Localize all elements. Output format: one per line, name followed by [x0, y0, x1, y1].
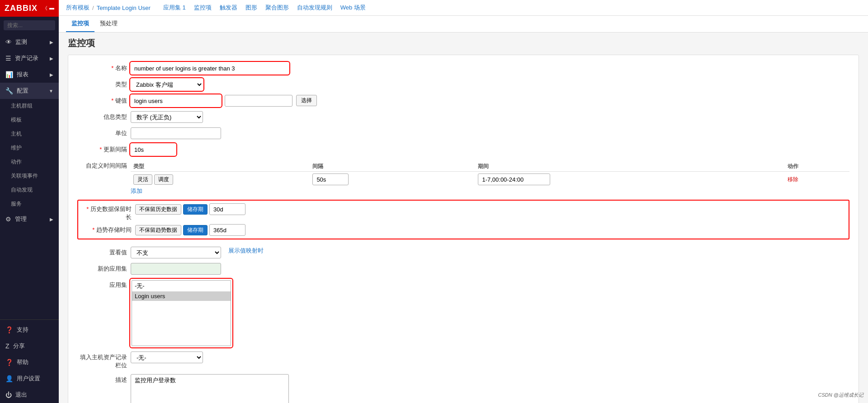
key-label: 键值 — [77, 95, 127, 105]
collapse-icon[interactable]: 《 — [42, 5, 47, 12]
nav-agg-graphs[interactable]: 聚合图形 — [265, 4, 289, 12]
description-label: 描述 — [77, 374, 127, 384]
form-row-update-interval: 更新间隔 — [77, 144, 849, 155]
sidebar-item-assets[interactable]: ☰ 资产记录 ▶ — [0, 50, 59, 66]
admin-icon: ⚙ — [5, 216, 11, 223]
add-interval-link[interactable]: 添加 — [131, 187, 142, 194]
sidebar-item-help-label: 帮助 — [17, 358, 28, 366]
history-inner-row: 历史数据保留时长 不保留历史数据 储存期 — [82, 203, 845, 221]
sidebar-item-support-label: 支持 — [17, 326, 28, 334]
key-select-button[interactable]: 选择 — [296, 95, 317, 106]
logo-text: ZABBIX — [5, 4, 38, 13]
trend-inner-row: 趋势存储时间 不保留趋势数据 储存期 — [82, 224, 845, 236]
new-app-set-input[interactable] — [131, 263, 221, 275]
nav-graphs[interactable]: 图形 — [245, 4, 257, 12]
page-title: 监控项 — [68, 37, 859, 49]
history-highlighted: 历史数据保留时长 不保留历史数据 储存期 趋势存储时间 不保留趋势数据 — [77, 200, 849, 239]
sidebar: ZABBIX 《 ▬ 👁 监测 ▶ ☰ 资产记录 ▶ 📊 报表 ▶ 🔧 配置 ▼… — [0, 0, 59, 403]
type-label: 类型 — [77, 79, 127, 89]
sub-nav: 监控项 预处理 — [59, 16, 868, 33]
custom-interval-area: 类型 间隔 期间 动作 灵活 调度 — [131, 160, 849, 195]
sidebar-sub-hosts[interactable]: 主机 — [0, 127, 59, 141]
no-history-btn[interactable]: 不保留历史数据 — [135, 204, 181, 215]
form-row-description: 描述 监控用户登录数 — [77, 374, 849, 403]
sidebar-sub-host-groups[interactable]: 主机群组 — [0, 99, 59, 113]
host-inventory-select[interactable]: -无- — [131, 351, 203, 363]
support-icon: ❓ — [5, 326, 13, 333]
trend-label: 趋势存储时间 — [82, 224, 132, 234]
name-input[interactable] — [131, 62, 289, 74]
sidebar-item-user-settings-label: 用户设置 — [17, 375, 40, 383]
tab-monitor-items[interactable]: 监控项 — [66, 16, 94, 32]
sidebar-sub-corr-events[interactable]: 关联项事件 — [0, 169, 59, 183]
sidebar-item-logout[interactable]: ⏻ 退出 — [0, 387, 59, 403]
sidebar-item-config[interactable]: 🔧 配置 ▼ — [0, 83, 59, 99]
nav-triggers[interactable]: 触发器 — [220, 4, 237, 12]
info-type-select[interactable]: 数字 (无正负) — [131, 111, 203, 123]
nav-web-scenes[interactable]: Web 场景 — [340, 4, 366, 12]
menu-icon[interactable]: ▬ — [49, 5, 54, 12]
main-content: 所有模板 / Template Login User 应用集 1 监控项 触发器… — [59, 0, 868, 403]
no-trend-btn[interactable]: 不保留趋势数据 — [135, 225, 181, 235]
update-interval-label: 更新间隔 — [77, 144, 127, 154]
sidebar-sub-templates[interactable]: 模板 — [0, 113, 59, 127]
key-extra-input[interactable] — [225, 95, 292, 107]
form-row-display-value: 置看值 不支 自定义 展示值映射时 — [77, 247, 849, 258]
display-value-select[interactable]: 不支 自定义 — [131, 247, 221, 258]
sidebar-sub-maintenance[interactable]: 维护 — [0, 141, 59, 155]
app-set-select[interactable]: -无- Login users — [132, 280, 231, 346]
nav-app-set[interactable]: 应用集 1 — [163, 4, 186, 12]
sidebar-bottom: ❓ 支持 Z 分享 ❓ 帮助 👤 用户设置 ⏻ 退出 — [0, 318, 59, 403]
sidebar-item-user-settings[interactable]: 👤 用户设置 — [0, 370, 59, 387]
admin-arrow: ▶ — [50, 217, 53, 222]
share-icon: Z — [5, 342, 9, 350]
form-row-info-type: 信息类型 数字 (无正负) — [77, 111, 849, 123]
nav-monitor-items[interactable]: 监控项 — [194, 4, 212, 12]
logo-icons: 《 ▬ — [42, 5, 54, 12]
reports-arrow: ▶ — [50, 72, 53, 77]
sidebar-sub-auto-discover[interactable]: 自动发现 — [0, 183, 59, 197]
display-value-label: 置看值 — [77, 247, 127, 257]
sidebar-item-reports-label: 报表 — [17, 70, 28, 79]
interval-value-input[interactable] — [312, 173, 349, 185]
form-row-history: 历史数据保留时长 不保留历史数据 储存期 趋势存储时间 不保留趋势数据 — [77, 200, 849, 242]
form-card: 名称 类型 Zabbix 客户端 键值 — [68, 55, 859, 403]
sidebar-item-support[interactable]: ❓ 支持 — [0, 322, 59, 338]
sidebar-search-input[interactable] — [4, 20, 55, 30]
app-set-highlighted: -无- Login users — [131, 279, 232, 347]
keep-history-period-btn[interactable]: 储存期 — [183, 204, 208, 215]
monitor-arrow: ▶ — [50, 40, 53, 45]
tune-btn[interactable]: 调度 — [154, 174, 173, 185]
breadcrumb-template-name[interactable]: Template Login User — [97, 5, 151, 11]
sidebar-item-monitor[interactable]: 👁 监测 ▶ — [0, 34, 59, 50]
keep-trend-period-btn[interactable]: 储存期 — [183, 225, 208, 235]
breadcrumb-all-templates[interactable]: 所有模板 — [66, 4, 90, 12]
remove-interval-btn[interactable]: 移除 — [788, 176, 798, 183]
sidebar-item-monitor-label: 监测 — [15, 38, 27, 46]
sidebar-sub-actions[interactable]: 动作 — [0, 155, 59, 169]
nav-discovery-rules[interactable]: 自动发现规则 — [297, 4, 332, 12]
sidebar-item-help[interactable]: ❓ 帮助 — [0, 354, 59, 370]
interval-row: 灵活 调度 移除 — [131, 172, 849, 187]
key-input[interactable] — [131, 95, 221, 107]
sidebar-item-share[interactable]: Z 分享 — [0, 338, 59, 354]
sidebar-sub-services[interactable]: 服务 — [0, 197, 59, 211]
update-interval-input[interactable] — [131, 144, 176, 155]
trend-value-input[interactable] — [209, 224, 245, 236]
breadcrumb-sep1: / — [92, 5, 94, 11]
description-textarea[interactable]: 监控用户登录数 — [131, 374, 289, 403]
period-value-input[interactable] — [478, 173, 550, 185]
new-app-set-label: 新的应用集 — [77, 263, 127, 273]
type-select[interactable]: Zabbix 客户端 — [131, 79, 203, 90]
form-row-unit: 单位 — [77, 127, 849, 139]
unit-input[interactable] — [131, 127, 221, 139]
show-value-mapping-btn[interactable]: 展示值映射时 — [228, 247, 264, 255]
sidebar-item-admin[interactable]: ⚙ 管理 ▶ — [0, 211, 59, 227]
activate-btn[interactable]: 灵活 — [133, 174, 152, 185]
tab-preprocess[interactable]: 预处理 — [94, 16, 123, 32]
reports-icon: 📊 — [5, 71, 13, 78]
sidebar-item-reports[interactable]: 📊 报表 ▶ — [0, 66, 59, 83]
watermark: CSDN @运维成长记 — [818, 392, 863, 398]
config-arrow: ▼ — [49, 89, 53, 94]
history-value-input[interactable] — [209, 203, 245, 215]
